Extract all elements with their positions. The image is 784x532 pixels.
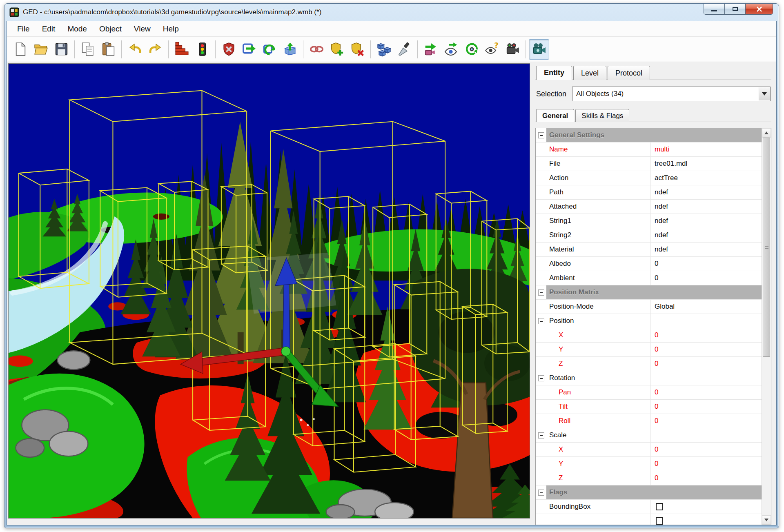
camera-move-icon bbox=[423, 42, 439, 57]
scrollbar[interactable] bbox=[762, 128, 771, 525]
property-value[interactable] bbox=[651, 514, 762, 525]
property-value[interactable]: ndef bbox=[651, 243, 762, 256]
camera-target-button[interactable]: ? bbox=[482, 39, 502, 60]
rotate-tool-icon bbox=[262, 42, 277, 57]
scrollbar-track[interactable] bbox=[762, 138, 771, 515]
property-value[interactable]: 0 bbox=[651, 257, 762, 271]
property-value[interactable]: ndef bbox=[651, 228, 762, 242]
menu-help[interactable]: Help bbox=[157, 22, 185, 36]
select-tool-button[interactable] bbox=[218, 39, 239, 60]
checkbox[interactable] bbox=[656, 503, 663, 510]
collapse-icon[interactable] bbox=[538, 375, 544, 381]
property-label: Z bbox=[546, 357, 651, 371]
subtab-skills-flags[interactable]: Skills & Flags bbox=[575, 109, 629, 122]
dropdown-button[interactable] bbox=[759, 87, 770, 100]
selection-value: All Objects (34) bbox=[576, 90, 624, 98]
property-value[interactable] bbox=[651, 314, 762, 328]
tab-level[interactable]: Level bbox=[573, 66, 606, 80]
scroll-up-button[interactable] bbox=[762, 128, 771, 138]
collapse-icon[interactable] bbox=[538, 289, 544, 296]
paste-button[interactable] bbox=[98, 39, 118, 60]
run-button[interactable] bbox=[192, 39, 212, 60]
property-value[interactable]: tree01.mdl bbox=[651, 157, 762, 171]
collapse-icon[interactable] bbox=[538, 432, 544, 439]
expand-column bbox=[536, 300, 546, 314]
property-value[interactable]: ndef bbox=[651, 185, 762, 199]
property-value[interactable]: Global bbox=[651, 300, 762, 314]
property-label: File bbox=[546, 157, 651, 171]
toolbar-separator bbox=[526, 40, 526, 58]
open-button[interactable] bbox=[31, 39, 51, 60]
scale-tool-button[interactable] bbox=[280, 39, 300, 60]
property-value[interactable]: 0 bbox=[651, 400, 762, 414]
property-label: BoundingBox bbox=[546, 500, 651, 514]
property-value[interactable]: 0 bbox=[651, 414, 762, 428]
collapse-icon[interactable] bbox=[538, 132, 544, 138]
link-button[interactable] bbox=[306, 39, 327, 60]
tab-protocol[interactable]: Protocol bbox=[608, 66, 650, 80]
rotate-tool-button[interactable] bbox=[259, 39, 280, 60]
gizmo-arrow-z[interactable] bbox=[283, 283, 290, 351]
checkbox[interactable] bbox=[656, 517, 663, 525]
move-tool-icon bbox=[242, 42, 257, 57]
tab-entity[interactable]: Entity bbox=[536, 66, 572, 80]
titlebar[interactable]: GED - c:\users\padmalcom\dropbox\tutoria… bbox=[4, 4, 779, 21]
property-value[interactable]: ndef bbox=[651, 214, 762, 228]
selection-dropdown[interactable]: All Objects (34) bbox=[572, 87, 771, 101]
minimize-button[interactable] bbox=[704, 4, 725, 15]
new-button[interactable] bbox=[10, 39, 31, 60]
add-entity-button[interactable] bbox=[327, 39, 347, 60]
row-scale: Scale bbox=[536, 428, 762, 443]
collapse-icon[interactable] bbox=[538, 318, 544, 324]
property-value[interactable]: 0 bbox=[651, 357, 762, 371]
property-value[interactable] bbox=[651, 371, 762, 385]
scrollbar-thumb[interactable] bbox=[763, 138, 770, 357]
camera-walk-button[interactable] bbox=[502, 39, 523, 60]
maximize-icon bbox=[733, 7, 738, 11]
expand-column bbox=[536, 171, 546, 185]
row-x: X0 bbox=[536, 443, 762, 457]
group-button[interactable] bbox=[374, 39, 394, 60]
remove-entity-button[interactable] bbox=[347, 39, 368, 60]
collapse-icon[interactable] bbox=[538, 490, 544, 496]
row-y: Y0 bbox=[536, 457, 762, 471]
property-value[interactable] bbox=[651, 500, 762, 514]
viewport-canvas[interactable] bbox=[8, 63, 530, 519]
menu-edit[interactable]: Edit bbox=[36, 22, 62, 36]
property-value[interactable]: multi bbox=[651, 142, 762, 156]
svg-text:?: ? bbox=[494, 42, 499, 49]
material-button[interactable] bbox=[394, 39, 414, 60]
property-value[interactable]: 0 bbox=[651, 271, 762, 285]
property-label: Y bbox=[546, 343, 651, 356]
subtab-general[interactable]: General bbox=[536, 109, 574, 122]
undo-button[interactable] bbox=[125, 39, 145, 60]
gizmo-origin[interactable] bbox=[281, 347, 290, 356]
build-button[interactable] bbox=[172, 39, 192, 60]
property-value[interactable]: actTree bbox=[651, 171, 762, 185]
maximize-button[interactable] bbox=[724, 4, 746, 15]
move-tool-button[interactable] bbox=[239, 39, 259, 60]
property-value[interactable]: 0 bbox=[651, 443, 762, 456]
redo-button[interactable] bbox=[145, 39, 165, 60]
camera-rotate-button[interactable] bbox=[461, 39, 482, 60]
property-value[interactable]: 0 bbox=[651, 385, 762, 399]
menu-view[interactable]: View bbox=[128, 22, 157, 36]
expand-column bbox=[536, 414, 546, 428]
close-button[interactable] bbox=[745, 4, 773, 15]
property-value[interactable]: 0 bbox=[651, 471, 762, 485]
menu-mode[interactable]: Mode bbox=[61, 22, 93, 36]
copy-button[interactable] bbox=[78, 39, 98, 60]
camera-move-button[interactable] bbox=[421, 39, 441, 60]
camera-view-button[interactable] bbox=[529, 39, 549, 60]
scroll-down-button[interactable] bbox=[762, 515, 771, 525]
property-value[interactable]: 0 bbox=[651, 457, 762, 471]
property-value[interactable]: 0 bbox=[651, 343, 762, 356]
property-label: Path bbox=[546, 185, 651, 199]
property-value[interactable] bbox=[651, 428, 762, 442]
camera-pan-button[interactable] bbox=[441, 39, 461, 60]
menu-object[interactable]: Object bbox=[93, 22, 128, 36]
save-button[interactable] bbox=[51, 39, 71, 60]
menu-file[interactable]: File bbox=[11, 22, 36, 36]
property-value[interactable]: ndef bbox=[651, 200, 762, 214]
property-value[interactable]: 0 bbox=[651, 328, 762, 342]
